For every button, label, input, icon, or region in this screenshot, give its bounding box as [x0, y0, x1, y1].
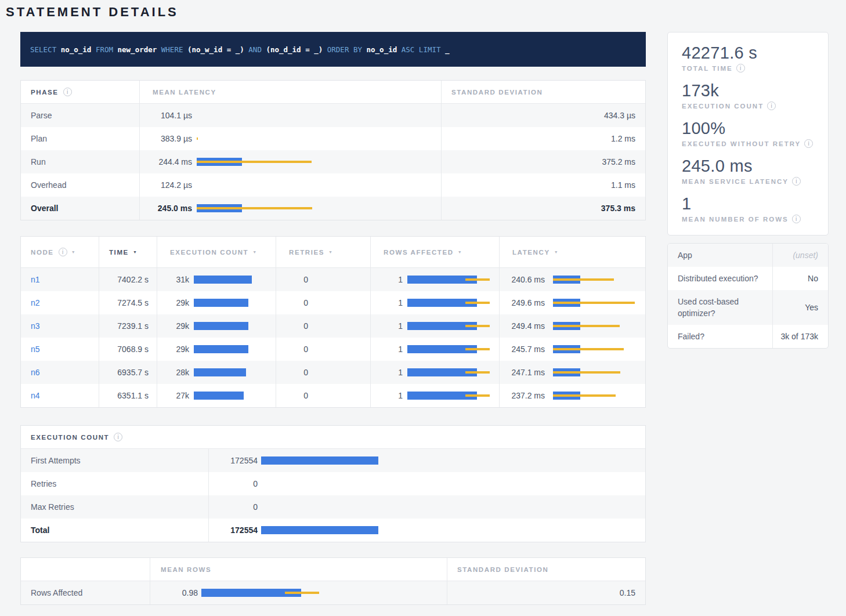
stat-value: 42271.6 s: [682, 43, 814, 63]
info-icon[interactable]: i: [767, 102, 776, 110]
retries-value: 0: [276, 275, 308, 284]
info-icon[interactable]: i: [63, 88, 72, 96]
exec-row-value: 0: [209, 502, 258, 512]
attribute-row-failed: Failed? 3k of 173k: [668, 325, 828, 348]
std-dev-value: 0.15: [620, 588, 635, 597]
phase-label: Plan: [31, 134, 47, 143]
sql-token: new_order: [118, 45, 161, 54]
exec-row-value: 172554: [209, 526, 258, 535]
exec-count-value: 31k: [157, 275, 189, 284]
attribute-value: 3k of 173k: [773, 325, 828, 348]
node-link[interactable]: n6: [31, 368, 40, 377]
exec-row-label: Retries: [31, 479, 56, 488]
std-dev-value: 434.3 µs: [604, 111, 635, 120]
sort-desc-icon: ▼: [328, 250, 332, 254]
rows-affected-table: MEAN ROWS STANDARD DEVIATION Rows Affect…: [20, 557, 646, 605]
exec-count-bar: [261, 456, 378, 465]
mean-latency-value: 104.1 µs: [140, 111, 192, 120]
sql-token: no_o_id: [367, 45, 402, 54]
node-link[interactable]: n3: [31, 321, 40, 331]
latency-bar: [553, 368, 643, 376]
exec-count-value: 28k: [157, 368, 189, 377]
node-link[interactable]: n5: [31, 345, 40, 354]
statement-details-page: STATEMENT DETAILS SELECT no_o_id FROM ne…: [0, 0, 846, 605]
stat-label: MEAN SERVICE LATENCY: [682, 178, 789, 185]
info-icon[interactable]: i: [804, 139, 813, 148]
statement-attributes-card: App (unset) Distributed execution? No Us…: [667, 243, 829, 349]
sql-token: ORDER BY: [327, 45, 367, 54]
phase-label: Parse: [31, 111, 52, 120]
latency-bar: [197, 158, 319, 166]
retries-value: 0: [276, 368, 308, 377]
execution-count-title: EXECUTION COUNT: [31, 434, 109, 441]
latency-bar: [553, 276, 643, 284]
latency-value: 249.4 ms: [500, 321, 545, 331]
attribute-row-optimizer: Used cost-based optimizer? Yes: [668, 290, 828, 325]
rows-affected-label: Rows Affected: [31, 588, 82, 597]
mean-latency-value: 245.0 ms: [140, 204, 192, 213]
table-row: n6 6935.7 s 28k 0 1 247.1 ms: [21, 361, 645, 384]
node-link[interactable]: n4: [31, 391, 40, 400]
exec-count-bar: [194, 322, 275, 330]
exec-row-label: Total: [31, 526, 49, 535]
info-icon[interactable]: i: [736, 64, 745, 73]
table-row: n2 7274.5 s 29k 0 1 249.6 ms: [21, 291, 645, 314]
sort-desc-icon: ▼: [554, 250, 558, 254]
latency-bar: [197, 135, 319, 143]
rows-affected-bar: [407, 276, 494, 284]
stat-mean-number-of-rows: 1 MEAN NUMBER OF ROWSi: [682, 194, 814, 223]
info-icon[interactable]: i: [792, 177, 801, 186]
rows-affected-value: 1: [371, 345, 403, 354]
std-dev-value: 1.1 ms: [611, 180, 635, 190]
attribute-label: Distributed execution?: [668, 267, 773, 290]
mean-rows-column-header: MEAN ROWS: [161, 566, 211, 573]
std-dev-value: 375.2 ms: [602, 157, 635, 166]
rows-affected-bar: [407, 299, 494, 307]
rows-affected-value: 1: [371, 391, 403, 400]
attribute-label: Failed?: [668, 325, 773, 348]
latency-value: 245.7 ms: [500, 345, 545, 354]
info-icon[interactable]: i: [114, 433, 122, 441]
stat-execution-count: 173k EXECUTION COUNTi: [682, 81, 814, 110]
mean-latency-column-header: MEAN LATENCY: [153, 89, 216, 96]
standard-deviation-column-header: STANDARD DEVIATION: [451, 89, 543, 96]
stat-label: EXECUTION COUNT: [682, 103, 764, 110]
execution-count-column-header[interactable]: EXECUTION COUNT ▼: [157, 237, 276, 267]
time-value: 7239.1 s: [117, 321, 149, 331]
time-value: 7068.9 s: [117, 345, 149, 354]
node-link[interactable]: n2: [31, 298, 40, 307]
rows-affected-column-header[interactable]: ROWS AFFECTED ▼: [371, 237, 500, 267]
rows-affected-header: MEAN ROWS STANDARD DEVIATION: [21, 558, 645, 581]
mean-rows-bar: [201, 589, 323, 597]
exec-count-bar: [194, 299, 275, 307]
table-row: Overhead 124.2 µs 1.1 ms: [21, 173, 645, 197]
rows-affected-bar: [407, 392, 494, 400]
info-icon[interactable]: i: [59, 248, 67, 256]
table-row: Retries 0: [21, 472, 645, 495]
node-link[interactable]: n1: [31, 275, 40, 284]
table-row: n1 7402.2 s 31k 0 1 240.6 ms: [21, 268, 645, 291]
rows-affected-value: 1: [371, 275, 403, 284]
exec-row-label: Max Retries: [31, 502, 74, 512]
retries-value: 0: [276, 321, 308, 331]
mean-latency-value: 244.4 ms: [140, 157, 192, 166]
info-icon[interactable]: i: [792, 215, 801, 223]
time-value: 7274.5 s: [117, 298, 149, 307]
latency-bar: [553, 345, 643, 353]
node-column-header[interactable]: NODE i ▼: [21, 237, 99, 267]
latency-value: 240.6 ms: [500, 275, 545, 284]
table-row: First Attempts 172554: [21, 449, 645, 472]
time-column-header[interactable]: TIME ▼: [99, 237, 157, 267]
table-row: n5 7068.9 s 29k 0 1 245.7 ms: [21, 338, 645, 361]
latency-bar: [553, 322, 643, 330]
node-stats-table: NODE i ▼ TIME ▼ EXECUTION COUNT ▼ RETRIE…: [20, 236, 646, 408]
mean-rows-value: 0.98: [150, 588, 198, 597]
table-row: n4 6351.1 s 27k 0 1 237.2 ms: [21, 384, 645, 407]
retries-column-header[interactable]: RETRIES ▼: [276, 237, 371, 267]
sort-desc-icon: ▼: [252, 250, 256, 254]
table-row: Run 244.4 ms 375.2 ms: [21, 150, 645, 173]
exec-row-value: 0: [209, 479, 258, 488]
latency-column-header[interactable]: LATENCY ▼: [500, 237, 645, 267]
sql-token: WHERE: [161, 45, 187, 54]
table-row: Parse 104.1 µs 434.3 µs: [21, 104, 645, 127]
